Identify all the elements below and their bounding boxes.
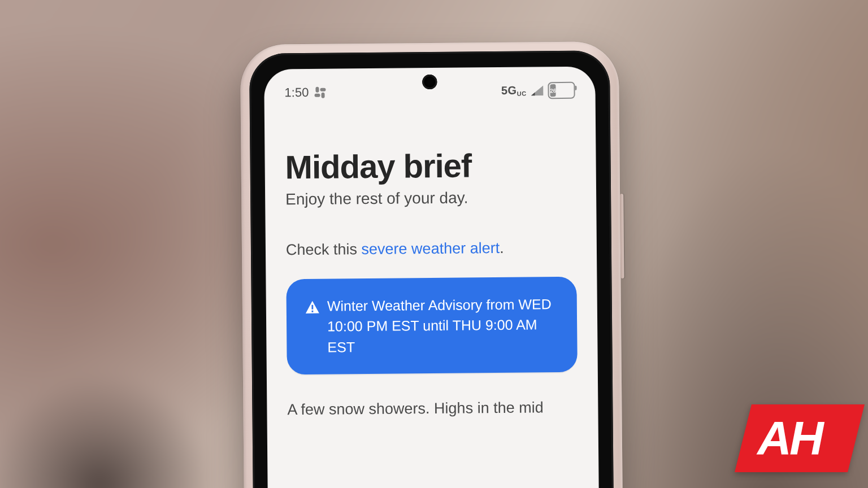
phone-bezel: 1:50 5GUC 26 bbox=[249, 50, 615, 488]
status-time: 1:50 bbox=[284, 85, 309, 100]
slack-icon bbox=[314, 87, 326, 98]
network-type: 5G bbox=[501, 84, 517, 96]
network-sub: UC bbox=[517, 90, 527, 97]
forecast-text: A few snow showers. Highs in the mid bbox=[287, 397, 578, 421]
alert-prefix: Check this bbox=[286, 241, 362, 258]
phone-frame: 1:50 5GUC 26 bbox=[240, 41, 624, 488]
svg-rect-1 bbox=[311, 311, 313, 312]
network-label: 5GUC bbox=[501, 84, 527, 98]
page-subtitle: Enjoy the rest of your day. bbox=[285, 188, 576, 208]
battery-level: 26 bbox=[550, 84, 556, 97]
phone-screen[interactable]: 1:50 5GUC 26 bbox=[264, 66, 601, 488]
severe-weather-link[interactable]: severe weather alert bbox=[361, 239, 500, 258]
page-title: Midday brief bbox=[285, 146, 576, 186]
warning-icon bbox=[306, 298, 319, 319]
svg-rect-0 bbox=[311, 305, 313, 310]
advisory-card[interactable]: Winter Weather Advisory from WED 10:00 P… bbox=[286, 277, 577, 374]
content-area[interactable]: Midday brief Enjoy the rest of your day.… bbox=[285, 146, 578, 436]
status-left: 1:50 bbox=[284, 85, 326, 101]
battery-icon: 26 bbox=[548, 82, 575, 99]
alert-suffix: . bbox=[500, 239, 504, 256]
publisher-watermark: AH bbox=[735, 404, 848, 472]
cellular-signal-icon bbox=[531, 85, 543, 95]
status-right: 5GUC 26 bbox=[501, 82, 575, 99]
watermark-text: AH bbox=[735, 404, 848, 472]
status-bar: 1:50 5GUC 26 bbox=[264, 66, 596, 110]
advisory-text: Winter Weather Advisory from WED 10:00 P… bbox=[327, 294, 558, 357]
alert-prompt: Check this severe weather alert. bbox=[286, 239, 576, 259]
